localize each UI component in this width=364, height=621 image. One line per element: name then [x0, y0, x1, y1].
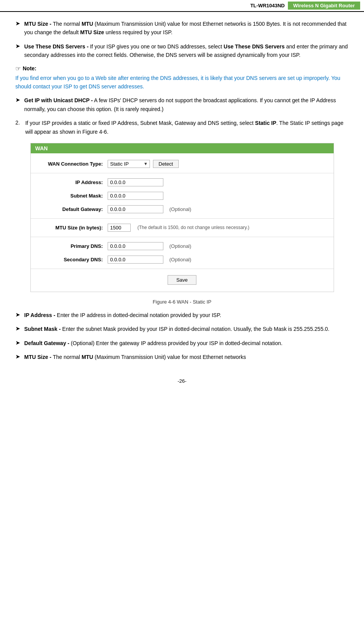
bullet-default-gateway: ➤ Default Gateway - (Optional) Enter the… [15, 339, 349, 347]
numbered-text-2: If your ISP provides a static or fixed I… [25, 119, 349, 136]
wan-default-gateway-label: Default Gateway: [38, 206, 108, 212]
bullet-get-ip-label: Get IP with Unicast DHCP - [24, 97, 93, 103]
wan-separator-4 [31, 269, 334, 269]
wan-secondary-dns-row: Secondary DNS: (Optional) [31, 253, 334, 266]
wan-default-gateway-row: Default Gateway: (Optional) [31, 203, 334, 216]
wan-separator-2 [31, 218, 334, 219]
bullet-subnet-mask: ➤ Subnet Mask - Enter the subnet Mask pr… [15, 325, 349, 333]
note-text: If you find error when you go to a Web s… [15, 74, 349, 91]
page-number: -26- [178, 378, 186, 384]
bullet-get-ip-unicast: ➤ Get IP with Unicast DHCP - A few ISPs'… [15, 96, 349, 113]
numbered-num-2: 2. [15, 120, 20, 126]
wan-separator-1 [31, 173, 334, 173]
wan-mtu-label: MTU Size (in bytes): [38, 225, 108, 231]
numbered-item-2: 2. If your ISP provides a static or fixe… [15, 119, 349, 136]
wan-mtu-note: (The default is 1500, do not change unle… [138, 225, 249, 230]
wan-connection-type-select[interactable]: Static IP [108, 160, 150, 168]
bullet-subnet-mask-label: Subnet Mask - [24, 326, 61, 332]
wan-mtu-controls: (The default is 1500, do not change unle… [108, 224, 249, 232]
wan-connection-type-select-wrapper[interactable]: Static IP ▼ [108, 160, 150, 168]
wan-primary-dns-row: Primary DNS: (Optional) [31, 239, 334, 253]
page-header: TL-WR1043ND Wireless N Gigabit Router [0, 0, 364, 12]
wan-ip-address-input[interactable] [108, 178, 163, 186]
wan-header: WAN [31, 143, 334, 153]
bullet-arrow-icon-2: ➤ [15, 43, 20, 50]
wan-secondary-dns-label: Secondary DNS: [38, 257, 108, 262]
wan-connection-type-controls: Static IP ▼ Detect [108, 160, 179, 168]
product-subtitle: Wireless N Gigabit Router [288, 2, 360, 10]
bullet-mtu-size-bottom: ➤ MTU Size - The normal MTU (Maximum Tra… [15, 353, 349, 361]
wan-subnet-mask-input[interactable] [108, 192, 163, 200]
bullet-use-dns-text: Use These DNS Servers - If your ISP give… [24, 42, 349, 60]
bullet-default-gateway-text: Default Gateway - (Optional) Enter the g… [24, 339, 283, 347]
wan-ip-address-controls [108, 178, 163, 186]
note-section: ☞ Note: If you find error when you go to… [15, 65, 349, 91]
bullet-arrow-icon-3: ➤ [15, 96, 20, 103]
save-button[interactable]: Save [168, 275, 197, 285]
wan-secondary-dns-input[interactable] [108, 256, 163, 264]
wan-ip-address-row: IP Address: [31, 176, 334, 189]
wan-mtu-input[interactable] [108, 224, 131, 232]
bullet-arrow-icon: ➤ [15, 20, 20, 27]
wan-body: WAN Connection Type: Static IP ▼ Detect … [31, 153, 334, 292]
wan-default-gateway-controls: (Optional) [108, 205, 191, 213]
bullet-mtu-size-top-label: MTU Size - [24, 21, 52, 27]
detect-button[interactable]: Detect [153, 160, 179, 168]
wan-subnet-mask-label: Subnet Mask: [38, 193, 108, 199]
page-footer: -26- [0, 378, 364, 389]
bullet-ip-address-text: IP Address - Enter the IP address in dot… [24, 311, 221, 319]
bullet-use-dns-label: Use These DNS Servers - [24, 43, 88, 50]
bullet-mtu-size-bottom-text: MTU Size - The normal MTU (Maximum Trans… [24, 353, 246, 361]
bottom-bullets: ➤ IP Address - Enter the IP address in d… [15, 311, 349, 362]
wan-settings-box: WAN WAN Connection Type: Static IP ▼ Det… [30, 143, 334, 292]
wan-mtu-row: MTU Size (in bytes): (The default is 150… [31, 221, 334, 234]
note-icon: ☞ [15, 65, 21, 72]
bullet-mtu-size-top: ➤ MTU Size - The normal MTU (Maximum Tra… [15, 20, 349, 37]
wan-primary-dns-input[interactable] [108, 242, 163, 250]
figure-caption: Figure 4-6 WAN - Static IP [15, 299, 349, 305]
wan-primary-dns-label: Primary DNS: [38, 243, 108, 249]
wan-connection-type-row: WAN Connection Type: Static IP ▼ Detect [31, 157, 334, 171]
bullet-use-dns: ➤ Use These DNS Servers - If your ISP gi… [15, 42, 349, 60]
wan-primary-dns-optional: (Optional) [170, 243, 191, 249]
bullet-subnet-mask-text: Subnet Mask - Enter the subnet Mask prov… [24, 325, 329, 333]
bullet-ip-address-label: IP Address - [24, 312, 55, 318]
wan-default-gateway-optional: (Optional) [170, 206, 191, 212]
wan-subnet-mask-row: Subnet Mask: [31, 189, 334, 203]
wan-primary-dns-controls: (Optional) [108, 242, 191, 250]
wan-secondary-dns-controls: (Optional) [108, 256, 191, 264]
bullet-default-gateway-label: Default Gateway - [24, 340, 69, 346]
bullet-mtu-size-bottom-label: MTU Size - [24, 354, 52, 360]
wan-default-gateway-input[interactable] [108, 205, 163, 213]
bullet-arrow-icon-7: ➤ [15, 353, 20, 360]
bullet-get-ip-unicast-text: Get IP with Unicast DHCP - A few ISPs' D… [24, 96, 349, 113]
wan-ip-address-label: IP Address: [38, 179, 108, 185]
bullet-mtu-size-top-text: MTU Size - The normal MTU (Maximum Trans… [24, 20, 349, 37]
note-label: ☞ Note: [15, 65, 349, 72]
page-content: ➤ MTU Size - The normal MTU (Maximum Tra… [0, 16, 364, 370]
wan-save-row: Save [31, 271, 334, 288]
wan-secondary-dns-optional: (Optional) [170, 257, 191, 262]
wan-separator-3 [31, 237, 334, 237]
wan-connection-type-label: WAN Connection Type: [38, 161, 108, 167]
bullet-arrow-icon-6: ➤ [15, 339, 20, 346]
bullet-ip-address: ➤ IP Address - Enter the IP address in d… [15, 311, 349, 319]
bullet-arrow-icon-5: ➤ [15, 325, 20, 332]
bullet-arrow-icon-4: ➤ [15, 311, 20, 318]
product-name: TL-WR1043ND [250, 3, 285, 8]
wan-subnet-mask-controls [108, 192, 163, 200]
